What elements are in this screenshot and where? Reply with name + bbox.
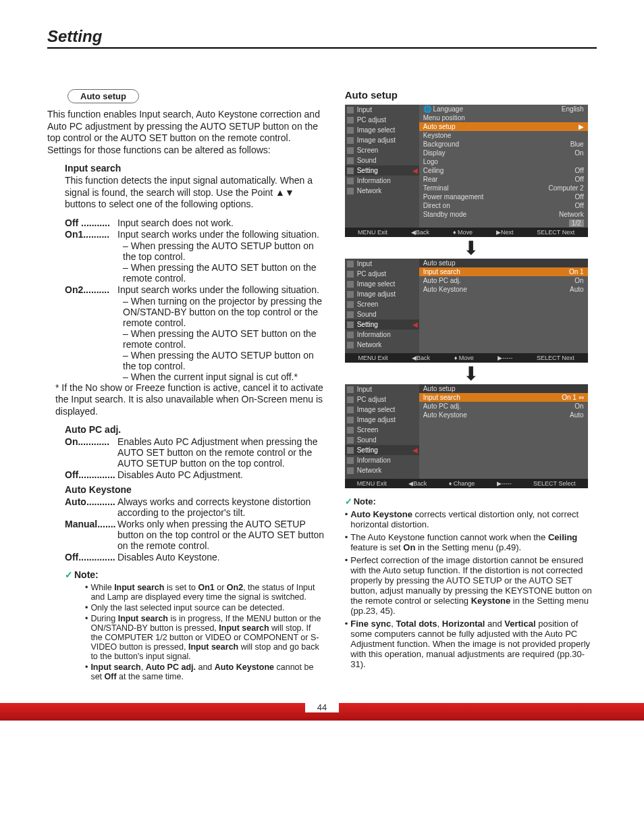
note-item: During Input search is in progress, If t… xyxy=(85,614,325,661)
input-search-footnote: * If the No show or Freeze function is a… xyxy=(55,382,325,418)
on1-sub1: – When pressing the AUTO SETUP button on… xyxy=(123,240,325,262)
osd-row: Auto setup▶ xyxy=(419,122,588,131)
input-search-title: Input search xyxy=(65,163,325,174)
osd-side-item: PC adjust xyxy=(345,394,419,405)
osd-side-item: Input xyxy=(345,384,419,394)
osd-row: Power managementOff xyxy=(419,192,588,201)
opt-on1: On1.......... Input search works under t… xyxy=(65,229,325,240)
osd-row: Auto PC adj.On xyxy=(419,402,588,411)
right-column: Auto setup InputPC adjustImage selectIma… xyxy=(345,89,597,683)
on1-sub2: – When pressing the AUTO SET button on t… xyxy=(123,262,325,284)
osd-row: Direct onOff xyxy=(419,201,588,210)
osd-side-item: PC adjust xyxy=(345,269,419,279)
autopc-off: Off.............. Disables Auto PC Adjus… xyxy=(65,469,325,480)
page-footer: 44 xyxy=(0,703,644,721)
ak-off: Off.............. Disables Auto Keystone… xyxy=(65,552,325,563)
osd-row: Keystone xyxy=(419,131,588,140)
osd-row: TerminalComputer 2 xyxy=(419,184,588,192)
osd-side-item: Sound xyxy=(345,309,419,319)
note-item: The Auto Keystone function cannot work w… xyxy=(345,532,597,552)
input-search-desc: This function detects the input signal a… xyxy=(65,175,325,211)
osd-row: CeilingOff xyxy=(419,166,588,175)
left-note-hdr: ✓Note: xyxy=(65,569,325,580)
osd-side-item: Screen xyxy=(345,145,419,155)
osd-row: 🌐 LanguageEnglish xyxy=(419,105,588,113)
osd-side-item: Sound xyxy=(345,435,419,445)
note-item: Auto Keystone corrects vertical distorti… xyxy=(345,509,597,529)
osd-side-item: Input xyxy=(345,105,419,115)
page-title: Setting xyxy=(47,27,597,49)
osd-screenshot-2: InputPC adjustImage selectImage adjustSc… xyxy=(345,259,588,363)
osd-screenshot-1: InputPC adjustImage selectImage adjustSc… xyxy=(345,105,588,237)
arrow-down-icon: ⬇ xyxy=(345,368,597,380)
page-number: 44 xyxy=(305,702,339,712)
auto-pc-title: Auto PC adj. xyxy=(65,424,325,435)
note-item: Input search, Auto PC adj. and Auto Keys… xyxy=(85,662,325,681)
left-note-list: While Input search is set to On1 or On2,… xyxy=(85,583,325,681)
osd-row: Logo xyxy=(419,157,588,166)
note-item: Fine sync, Total dots, Horizontal and Ve… xyxy=(345,619,597,669)
osd-side-item: Network xyxy=(345,186,419,196)
osd-row: Menu position xyxy=(419,113,588,122)
osd-row: RearOff xyxy=(419,175,588,184)
osd-side-item: Network xyxy=(345,465,419,475)
osd-side-item: Network xyxy=(345,340,419,350)
on2-sub2: – When pressing the AUTO SET button on t… xyxy=(123,328,325,350)
osd-side-item: Sound xyxy=(345,155,419,165)
osd-side-item: PC adjust xyxy=(345,115,419,125)
osd-row: BackgroundBlue xyxy=(419,140,588,149)
opt-off: Off ........... Input search does not wo… xyxy=(65,217,325,228)
osd-row: Auto PC adj.On xyxy=(419,276,588,285)
osd-side-item: Image adjust xyxy=(345,415,419,425)
auto-keystone-title: Auto Keystone xyxy=(65,484,325,495)
osd-side-item: Screen xyxy=(345,299,419,309)
osd-side-item: Image adjust xyxy=(345,289,419,299)
osd-side-item: Input xyxy=(345,259,419,269)
osd-side-item: Image select xyxy=(345,279,419,289)
intro-text: This function enables Input search, Auto… xyxy=(47,109,325,156)
on2-sub3: – When pressing the AUTO SETUP button on… xyxy=(123,350,325,371)
ak-manual: Manual....... Works only when pressing t… xyxy=(65,519,325,551)
osd-row: DisplayOn xyxy=(419,149,588,157)
osd-side-item: Image adjust xyxy=(345,135,419,145)
osd-side-item: Information xyxy=(345,455,419,465)
arrow-down-icon: ⬇ xyxy=(345,242,597,255)
osd-side-item: Setting xyxy=(345,445,419,455)
right-note-list: Auto Keystone corrects vertical distorti… xyxy=(345,509,597,669)
osd-side-item: Setting xyxy=(345,165,419,176)
osd-row: Standby modeNetwork xyxy=(419,210,588,219)
osd-side-item: Screen xyxy=(345,425,419,435)
ak-auto: Auto........... Always works and correct… xyxy=(65,496,325,518)
pill-auto-setup: Auto setup xyxy=(68,89,139,103)
note-item: Only the last selected input source can … xyxy=(85,603,325,613)
autopc-on: On............ Enables Auto PC Adjustmen… xyxy=(65,436,325,469)
note-item: Perfect correction of the image distorti… xyxy=(345,555,597,616)
opt-on2: On2.......... Input search works under t… xyxy=(65,284,325,295)
osd-side-item: Setting xyxy=(345,319,419,330)
osd-side-item: Image select xyxy=(345,125,419,135)
osd-row: Input searchOn 1 xyxy=(419,267,588,276)
osd-row: Auto KeystoneAuto xyxy=(419,411,588,419)
osd-side-item: Information xyxy=(345,176,419,186)
on2-sub4: – When the current input signal is cut o… xyxy=(123,371,325,382)
right-note-hdr: ✓Note: xyxy=(345,496,597,506)
on2-sub1: – When turning on the projector by press… xyxy=(123,296,325,328)
right-title: Auto setup xyxy=(345,89,597,101)
note-item: While Input search is set to On1 or On2,… xyxy=(85,583,325,602)
left-column: Auto setup This function enables Input s… xyxy=(47,89,325,683)
osd-side-item: Information xyxy=(345,330,419,340)
osd-side-item: Image select xyxy=(345,405,419,415)
osd-row: Auto KeystoneAuto xyxy=(419,285,588,294)
osd-screenshot-3: InputPC adjustImage selectImage adjustSc… xyxy=(345,384,588,488)
osd-row: Input searchOn 1 ⇔ xyxy=(419,393,588,402)
